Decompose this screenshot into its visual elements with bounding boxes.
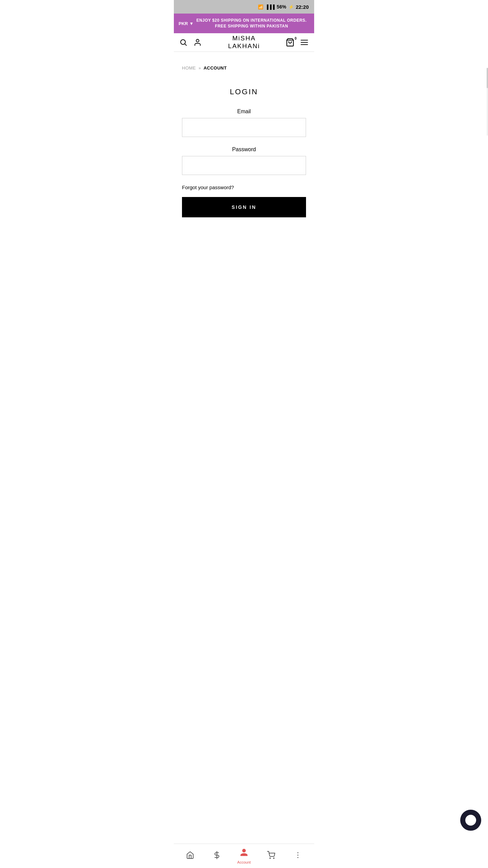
promo-message: ENJOY $20 SHIPPING ON INTERNATIONAL ORDE… <box>194 18 309 29</box>
svg-point-10 <box>298 852 299 853</box>
svg-point-12 <box>298 857 299 858</box>
nav-more[interactable] <box>284 851 311 861</box>
svg-line-1 <box>185 44 186 45</box>
breadcrumb: HOME » ACCOUNT <box>182 65 306 71</box>
main-content: HOME » ACCOUNT LOGIN Email Password Forg… <box>174 52 314 251</box>
time-display: 22:20 <box>296 4 309 10</box>
forgot-password-link[interactable]: Forgot your password? <box>182 184 306 190</box>
email-input[interactable] <box>182 118 306 137</box>
status-bar: 📶 ▐▐▐ 56% ⚡ 22:20 <box>174 0 314 14</box>
menu-button[interactable] <box>300 38 309 47</box>
login-title: LOGIN <box>182 87 306 96</box>
promo-banner: PKR ▼ ENJOY $20 SHIPPING ON INTERNATIONA… <box>174 14 314 33</box>
svg-point-2 <box>196 39 199 42</box>
password-label: Password <box>182 146 306 153</box>
currency-arrow-icon: ▼ <box>189 21 194 26</box>
more-icon <box>294 851 302 861</box>
cart-button[interactable]: 0 <box>286 38 294 47</box>
account-button[interactable] <box>194 38 202 46</box>
breadcrumb-home[interactable]: HOME <box>182 65 196 71</box>
cart-nav-icon <box>267 851 275 861</box>
signal-icon: ▐▐▐ <box>265 4 275 9</box>
cart-badge: 0 <box>294 37 297 40</box>
email-form-group: Email <box>182 108 306 137</box>
currency-selector[interactable]: PKR ▼ <box>179 21 194 26</box>
email-label: Email <box>182 108 306 115</box>
password-form-group: Password <box>182 146 306 175</box>
wifi-icon: 📶 <box>258 4 263 9</box>
breadcrumb-separator: » <box>199 66 201 71</box>
site-logo[interactable]: MiSHA LAKHANi <box>228 35 260 50</box>
logo-line2: LAKHANi <box>228 42 260 50</box>
svg-point-11 <box>298 854 299 855</box>
account-nav-icon <box>240 848 248 859</box>
breadcrumb-current: ACCOUNT <box>204 65 227 71</box>
nav-home[interactable] <box>177 851 204 861</box>
header-left <box>179 38 202 46</box>
dollar-icon <box>213 851 221 861</box>
currency-label: PKR <box>179 21 188 26</box>
home-icon <box>186 851 194 861</box>
nav-price[interactable] <box>204 851 231 861</box>
battery-level: 56% <box>277 4 286 9</box>
password-input[interactable] <box>182 156 306 175</box>
header-right: 0 <box>286 38 309 47</box>
nav-account[interactable]: Account <box>230 848 258 864</box>
bottom-navigation: Account <box>174 844 314 868</box>
header: MiSHA LAKHANi 0 <box>174 33 314 52</box>
battery-icon: ⚡ <box>288 4 294 9</box>
nav-cart[interactable] <box>258 851 285 861</box>
svg-point-0 <box>181 40 185 44</box>
account-nav-label: Account <box>237 860 251 864</box>
sign-in-button[interactable]: SIGN IN <box>182 197 306 217</box>
logo-line1: MiSHA <box>228 35 260 42</box>
svg-point-9 <box>273 858 274 859</box>
search-button[interactable] <box>179 38 187 46</box>
svg-point-8 <box>270 858 270 859</box>
